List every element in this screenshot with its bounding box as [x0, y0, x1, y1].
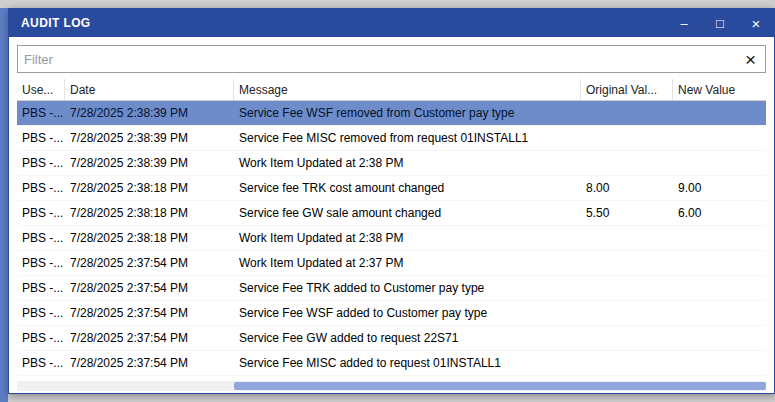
table-row[interactable]: PBS -...7/28/2025 2:37:54 PMService Fee …: [17, 301, 766, 326]
table-row[interactable]: PBS -...7/28/2025 2:38:18 PMWork Item Up…: [17, 226, 766, 251]
dialog-body: × Use... Date Message Original Val... Ne…: [9, 37, 774, 393]
cell-original: [581, 351, 673, 375]
column-header-original-value[interactable]: Original Val...: [581, 79, 673, 100]
cell-date: 7/28/2025 2:38:39 PM: [65, 151, 234, 175]
cell-original: 8.00: [581, 176, 673, 200]
cell-date: 7/28/2025 2:37:54 PM: [65, 301, 234, 325]
audit-log-window: AUDIT LOG – □ × × Use... Date Message Or…: [8, 8, 775, 394]
column-header-message[interactable]: Message: [234, 79, 581, 100]
cell-user: PBS -...: [17, 151, 65, 175]
cell-original: [581, 301, 673, 325]
column-header-date[interactable]: Date: [65, 79, 234, 100]
filter-input[interactable]: [24, 52, 742, 67]
cell-new: [673, 301, 766, 325]
titlebar: AUDIT LOG – □ ×: [9, 9, 774, 37]
cell-user: PBS -...: [17, 351, 65, 375]
horizontal-scrollbar[interactable]: [17, 381, 766, 391]
cell-original: [581, 251, 673, 275]
table-row[interactable]: PBS -...7/28/2025 2:37:54 PMWork Item Up…: [17, 251, 766, 276]
filter-bar: ×: [17, 45, 766, 73]
cell-new: [673, 126, 766, 150]
cell-user: PBS -...: [17, 251, 65, 275]
cell-new: 6.00: [673, 201, 766, 225]
table-row[interactable]: PBS -...7/28/2025 2:38:18 PMService fee …: [17, 176, 766, 201]
cell-new: 9.00: [673, 176, 766, 200]
cell-new: [673, 276, 766, 300]
table-row[interactable]: PBS -...7/28/2025 2:37:54 PMService Fee …: [17, 276, 766, 301]
cell-message: Service fee TRK cost amount changed: [234, 176, 581, 200]
cell-user: PBS -...: [17, 226, 65, 250]
cell-original: [581, 151, 673, 175]
cell-original: [581, 226, 673, 250]
cell-original: [581, 276, 673, 300]
cell-message: Work Item Updated at 2:38 PM: [234, 226, 581, 250]
cell-message: Service Fee WSF added to Customer pay ty…: [234, 301, 581, 325]
cell-new: [673, 226, 766, 250]
cell-user: PBS -...: [17, 126, 65, 150]
clear-filter-icon[interactable]: ×: [742, 50, 759, 69]
table-row[interactable]: PBS -...7/28/2025 2:38:39 PMWork Item Up…: [17, 151, 766, 176]
cell-user: PBS -...: [17, 176, 65, 200]
cell-new: [673, 326, 766, 350]
cell-date: 7/28/2025 2:38:18 PM: [65, 226, 234, 250]
cell-date: 7/28/2025 2:38:39 PM: [65, 126, 234, 150]
cell-date: 7/28/2025 2:38:18 PM: [65, 176, 234, 200]
column-header-user[interactable]: Use...: [17, 79, 65, 100]
column-header-new-value[interactable]: New Value: [673, 79, 766, 100]
cell-message: Work Item Updated at 2:38 PM: [234, 151, 581, 175]
cell-date: 7/28/2025 2:37:54 PM: [65, 326, 234, 350]
cell-new: [673, 251, 766, 275]
background-left-strip: [0, 8, 8, 402]
minimize-button[interactable]: –: [666, 9, 702, 37]
scrollbar-thumb[interactable]: [234, 382, 766, 390]
cell-new: [673, 101, 766, 125]
table-row[interactable]: PBS -...7/28/2025 2:38:39 PMService Fee …: [17, 126, 766, 151]
cell-date: 7/28/2025 2:37:54 PM: [65, 351, 234, 375]
cell-original: [581, 101, 673, 125]
table-header: Use... Date Message Original Val... New …: [17, 79, 766, 101]
cell-message: Service fee GW sale amount changed: [234, 201, 581, 225]
table-row[interactable]: PBS -...7/28/2025 2:38:39 PMService Fee …: [17, 101, 766, 126]
cell-user: PBS -...: [17, 276, 65, 300]
cell-original: [581, 326, 673, 350]
cell-user: PBS -...: [17, 326, 65, 350]
window-controls: – □ ×: [666, 9, 774, 37]
audit-log-table: Use... Date Message Original Val... New …: [17, 79, 766, 391]
close-button[interactable]: ×: [738, 9, 774, 37]
cell-message: Service Fee WSF removed from Customer pa…: [234, 101, 581, 125]
cell-date: 7/28/2025 2:38:39 PM: [65, 101, 234, 125]
cell-new: [673, 151, 766, 175]
cell-message: Work Item Updated at 2:37 PM: [234, 251, 581, 275]
cell-message: Service Fee MISC removed from request 01…: [234, 126, 581, 150]
table-row[interactable]: PBS -...7/28/2025 2:37:54 PMService Fee …: [17, 351, 766, 376]
cell-message: Service Fee MISC added to request 01INST…: [234, 351, 581, 375]
cell-original: [581, 126, 673, 150]
cell-new: [673, 351, 766, 375]
cell-date: 7/28/2025 2:37:54 PM: [65, 276, 234, 300]
cell-message: Service Fee GW added to request 22S71: [234, 326, 581, 350]
cell-date: 7/28/2025 2:37:54 PM: [65, 251, 234, 275]
table-row[interactable]: PBS -...7/28/2025 2:37:54 PMService Fee …: [17, 326, 766, 351]
cell-date: 7/28/2025 2:38:18 PM: [65, 201, 234, 225]
cell-original: 5.50: [581, 201, 673, 225]
cell-user: PBS -...: [17, 301, 65, 325]
cell-user: PBS -...: [17, 201, 65, 225]
table-row[interactable]: PBS -...7/28/2025 2:38:18 PMService fee …: [17, 201, 766, 226]
maximize-button[interactable]: □: [702, 9, 738, 37]
window-title: AUDIT LOG: [21, 16, 91, 30]
table-body: PBS -...7/28/2025 2:38:39 PMService Fee …: [17, 101, 766, 381]
cell-user: PBS -...: [17, 101, 65, 125]
cell-message: Service Fee TRK added to Customer pay ty…: [234, 276, 581, 300]
